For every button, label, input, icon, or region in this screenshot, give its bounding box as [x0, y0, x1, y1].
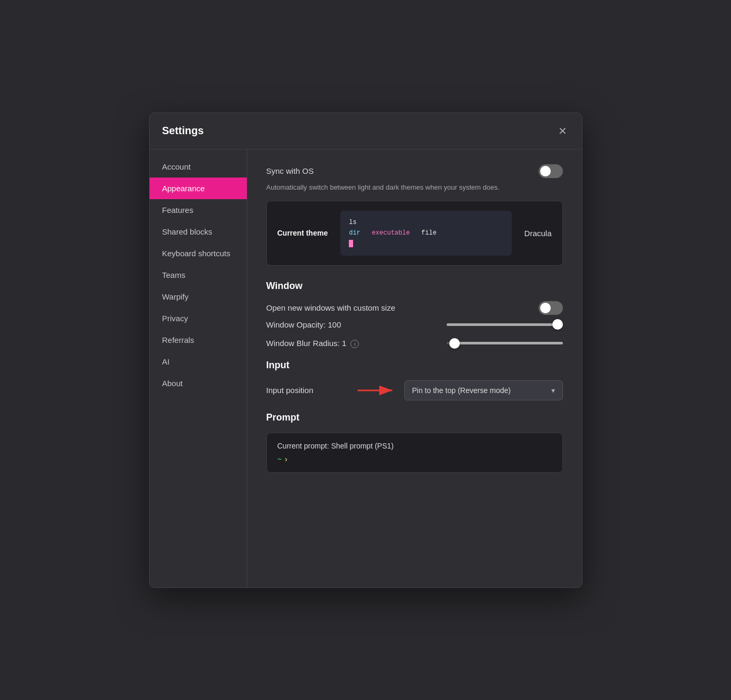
- red-arrow-icon: [356, 382, 398, 399]
- sidebar-item-account[interactable]: Account: [150, 156, 247, 178]
- sync-with-os-row: Sync with OS: [266, 164, 563, 178]
- input-position-row: Input position: [266, 380, 563, 400]
- sync-with-os-toggle[interactable]: [539, 164, 563, 178]
- dropdown-value: Pin to the top (Reverse mode): [412, 386, 511, 395]
- opacity-row: Window Opacity: 100: [266, 320, 563, 329]
- sidebar-item-features[interactable]: Features: [150, 199, 247, 221]
- prompt-line: ~ ›: [277, 455, 552, 464]
- sidebar-item-referrals[interactable]: Referrals: [150, 329, 247, 351]
- theme-name-label: Dracula: [524, 229, 552, 238]
- prompt-preview: Current prompt: Shell prompt (PS1) ~ ›: [266, 433, 563, 473]
- sidebar-item-warpify[interactable]: Warpify: [150, 286, 247, 307]
- code-line-1: ls: [349, 217, 503, 228]
- code-line-2: dir executable file: [349, 228, 503, 238]
- opacity-label: Window Opacity: 100: [266, 320, 341, 329]
- prompt-tilde: ~: [277, 455, 282, 464]
- close-button[interactable]: ✕: [556, 123, 569, 139]
- prompt-section: Prompt Current prompt: Shell prompt (PS1…: [266, 412, 563, 473]
- theme-code-preview: ls dir executable file: [340, 211, 512, 256]
- settings-modal: Settings ✕ Account Appearance Features S…: [149, 113, 582, 588]
- prompt-heading: Prompt: [266, 412, 563, 423]
- code-line-3: [349, 238, 503, 249]
- blur-label: Window Blur Radius: 1 i: [266, 339, 359, 348]
- modal-title: Settings: [162, 125, 204, 137]
- input-position-label: Input position: [266, 386, 313, 395]
- sync-with-os-label: Sync with OS: [266, 166, 314, 175]
- arrow-indicator: [356, 382, 398, 399]
- content-area: Sync with OS Automatically switch betwee…: [247, 150, 582, 587]
- theme-preview-container: Current theme ls dir executable file Dra…: [266, 201, 563, 266]
- sidebar: Account Appearance Features Shared block…: [150, 150, 247, 587]
- chevron-down-icon: ▾: [551, 386, 555, 395]
- custom-size-toggle[interactable]: [539, 301, 563, 315]
- modal-header: Settings ✕: [150, 113, 582, 150]
- code-file: file: [421, 229, 437, 237]
- blur-slider[interactable]: [447, 342, 563, 344]
- sidebar-item-about[interactable]: About: [150, 372, 247, 394]
- custom-size-label: Open new windows with custom size: [266, 303, 395, 312]
- sidebar-item-keyboard-shortcuts[interactable]: Keyboard shortcuts: [150, 242, 247, 264]
- current-theme-label: Current theme: [277, 229, 328, 237]
- prompt-arrow: ›: [284, 455, 288, 464]
- window-heading: Window: [266, 281, 563, 292]
- prompt-title: Current prompt: Shell prompt (PS1): [277, 442, 552, 450]
- window-section: Window Open new windows with custom size…: [266, 281, 563, 348]
- opacity-slider[interactable]: [447, 323, 563, 326]
- sidebar-item-appearance[interactable]: Appearance: [150, 178, 247, 199]
- toggle-knob-2: [540, 303, 551, 313]
- input-section: Input Input position: [266, 360, 563, 400]
- sidebar-item-privacy[interactable]: Privacy: [150, 307, 247, 329]
- sidebar-item-teams[interactable]: Teams: [150, 264, 247, 286]
- sidebar-item-shared-blocks[interactable]: Shared blocks: [150, 221, 247, 242]
- toggle-knob: [540, 166, 551, 176]
- blur-row: Window Blur Radius: 1 i: [266, 339, 563, 348]
- code-executable: executable: [372, 229, 410, 237]
- blur-info-icon[interactable]: i: [350, 340, 359, 348]
- custom-size-row: Open new windows with custom size: [266, 301, 563, 315]
- input-position-dropdown[interactable]: Pin to the top (Reverse mode) ▾: [404, 380, 563, 400]
- input-heading: Input: [266, 360, 563, 371]
- code-dir: dir: [349, 229, 360, 237]
- modal-body: Account Appearance Features Shared block…: [150, 150, 582, 587]
- sync-with-os-description: Automatically switch between light and d…: [266, 183, 563, 191]
- code-cursor: [349, 240, 353, 247]
- sidebar-item-ai[interactable]: AI: [150, 351, 247, 372]
